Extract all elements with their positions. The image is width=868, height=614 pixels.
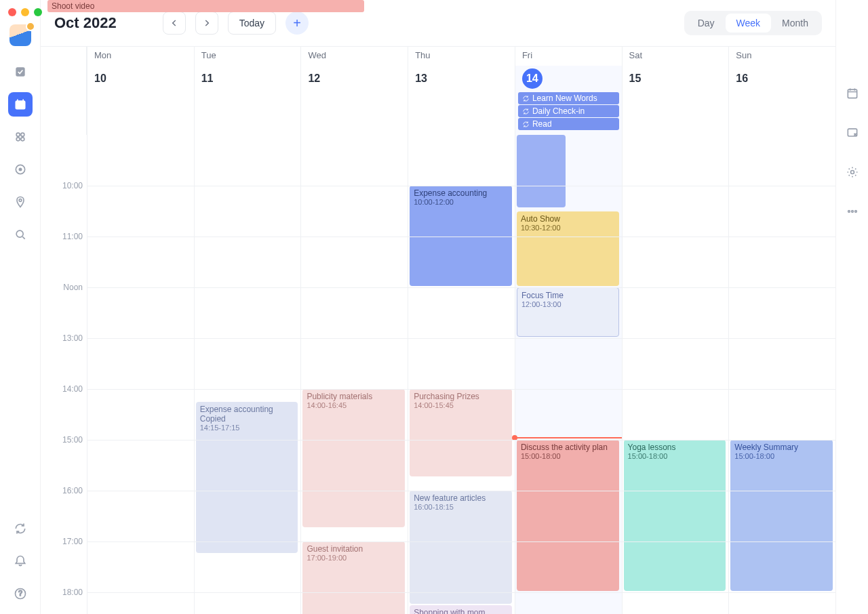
date-number[interactable]: 16	[736, 73, 748, 85]
event-block[interactable]: Focus Time12:00-13:00	[517, 287, 619, 337]
now-indicator	[515, 437, 622, 438]
weekday-label: Sun	[728, 47, 835, 66]
event-block[interactable]: Discuss the activity plan15:00-18:00	[517, 440, 619, 591]
right-rail	[835, 0, 868, 614]
event-block[interactable]: Shopping with mom18:15-20:30	[410, 605, 512, 614]
event-block[interactable]: Expense accounting10:00-12:00	[410, 186, 512, 286]
apps-icon[interactable]	[8, 125, 33, 149]
event-block[interactable]: Purchasing Prizes14:00-15:45	[410, 389, 512, 476]
hour-label: 15:00	[62, 435, 83, 445]
hour-label: 14:00	[62, 384, 83, 394]
today-button[interactable]: Today	[228, 12, 276, 35]
allday-event[interactable]: Shoot video	[47, 0, 364, 12]
minical-icon[interactable]	[840, 81, 865, 106]
hour-label: Noon	[63, 283, 83, 292]
hour-label: 17:00	[62, 537, 83, 546]
svg-point-18	[854, 211, 856, 213]
svg-rect-0	[16, 67, 24, 76]
svg-point-17	[851, 211, 853, 213]
event-block[interactable]: Weekly Summary15:00-18:00	[730, 440, 833, 591]
window-traffic-lights[interactable]	[8, 8, 42, 16]
calendar: Mon Tue Wed Thu Fri Sat Sun 10 11 12 13 …	[41, 46, 835, 614]
date-number[interactable]: 11	[201, 73, 214, 85]
sync-icon[interactable]	[8, 516, 33, 541]
event-block[interactable]: Auto Show10:30-12:00	[517, 211, 619, 287]
location-icon[interactable]	[8, 190, 33, 214]
event-block[interactable]	[517, 135, 566, 207]
arrange-icon[interactable]	[840, 121, 865, 145]
date-number[interactable]: 10	[94, 73, 106, 85]
hour-label: 10:00	[62, 181, 83, 190]
svg-rect-13	[848, 89, 856, 98]
event-block[interactable]: New feature articles16:00-18:15	[410, 491, 512, 604]
weekday-label: Thu	[408, 47, 515, 66]
event-block[interactable]: Guest invitation17:00-19:00	[302, 541, 405, 614]
weekday-label: Tue	[194, 47, 301, 66]
view-switch: Day Week Month	[684, 11, 822, 35]
focus-icon[interactable]	[8, 157, 33, 182]
maximize-icon[interactable]	[34, 8, 42, 16]
search-icon[interactable]	[8, 222, 33, 247]
date-number[interactable]: 13	[415, 73, 427, 85]
hour-label: 18:00	[62, 588, 83, 597]
avatar[interactable]	[9, 24, 31, 46]
svg-point-4	[20, 133, 24, 136]
weekday-label: Fri	[515, 47, 622, 66]
event-block[interactable]: Yoga lessons15:00-18:00	[624, 440, 726, 591]
svg-point-3	[16, 133, 20, 136]
view-month[interactable]: Month	[771, 14, 819, 33]
more-icon[interactable]	[840, 199, 865, 224]
hour-label: 13:00	[62, 333, 83, 343]
page-title: Oct 2022	[54, 14, 117, 32]
svg-rect-2	[17, 103, 19, 105]
avatar-badge-icon	[26, 22, 35, 31]
left-rail: ?	[0, 0, 41, 614]
close-icon[interactable]	[8, 8, 16, 16]
svg-point-10	[16, 230, 23, 237]
add-button[interactable]: +	[285, 12, 309, 35]
settings-icon[interactable]	[840, 160, 865, 184]
svg-text:?: ?	[18, 590, 22, 597]
minimize-icon[interactable]	[21, 8, 29, 16]
svg-point-5	[16, 138, 20, 141]
tasks-icon[interactable]	[8, 60, 33, 84]
view-week[interactable]: Week	[726, 14, 772, 33]
svg-point-16	[848, 211, 850, 213]
date-header: 10 11 12 13 14 15 16	[41, 66, 835, 91]
event-block[interactable]: Publicity materials14:00-16:45	[302, 389, 405, 527]
hour-label: 11:00	[62, 232, 83, 241]
view-day[interactable]: Day	[687, 14, 726, 33]
weekday-label: Sat	[622, 47, 729, 66]
hour-label: 16:00	[62, 486, 83, 495]
habit-chip[interactable]: Daily Check-in	[518, 105, 619, 117]
date-number-today[interactable]: 14	[522, 68, 542, 89]
weekday-label: Mon	[87, 47, 194, 66]
date-number[interactable]: 15	[629, 73, 642, 85]
calendar-icon[interactable]	[8, 92, 33, 117]
date-number[interactable]: 12	[308, 73, 320, 85]
weekday-header: Mon Tue Wed Thu Fri Sat Sun	[41, 47, 835, 66]
svg-point-9	[19, 199, 22, 202]
next-button[interactable]	[195, 12, 218, 35]
habit-chip[interactable]: Read	[518, 118, 619, 130]
svg-point-8	[19, 168, 21, 170]
weekday-label: Wed	[300, 47, 408, 66]
habit-chip[interactable]: Learn New Words	[518, 92, 619, 104]
notification-icon[interactable]	[8, 549, 33, 573]
event-block[interactable]: Expense accounting Copied14:15-17:15	[196, 402, 298, 553]
help-icon[interactable]: ?	[8, 581, 33, 606]
allday-row: Learn New WordsDaily Check-inRead Shoot …	[41, 91, 835, 135]
svg-point-6	[20, 138, 24, 141]
svg-point-15	[850, 171, 854, 174]
prev-button[interactable]	[163, 12, 186, 35]
